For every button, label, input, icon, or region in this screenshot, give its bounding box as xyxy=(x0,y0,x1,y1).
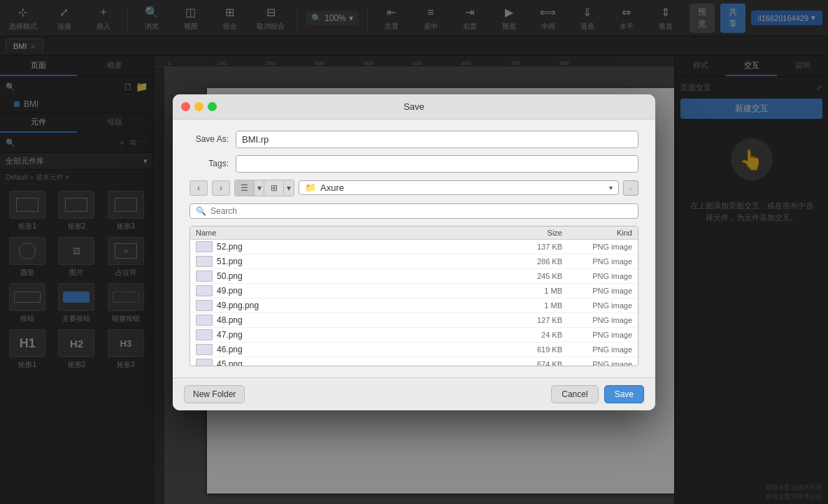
file-list-body: 52.png 137 KB PNG image 51.png 286 KB PN… xyxy=(190,240,638,366)
dialog-actions: Cancel Save xyxy=(551,385,644,403)
list-view-dropdown-button[interactable]: ▾ xyxy=(255,180,264,196)
dialog-title: Save xyxy=(404,101,424,112)
file-row-kind: PNG image xyxy=(562,257,632,266)
save-file-button[interactable]: Save xyxy=(604,385,644,403)
file-row-kind: PNG image xyxy=(562,360,632,366)
grid-view-dropdown-button[interactable]: ▾ xyxy=(284,180,294,196)
file-thumb-icon xyxy=(196,329,213,340)
save-as-row: Save As: xyxy=(190,131,638,148)
file-list-header: Name Size Kind xyxy=(190,226,638,240)
file-row-name: 52.png xyxy=(196,241,506,252)
file-row[interactable]: 52.png 137 KB PNG image xyxy=(190,240,638,254)
minimize-window-button[interactable] xyxy=(194,102,204,111)
col-size-header: Size xyxy=(506,229,562,237)
grid-view-button[interactable]: ⊞ xyxy=(264,180,284,196)
location-folder-icon: 📁 xyxy=(305,182,316,193)
search-input[interactable] xyxy=(210,206,632,216)
file-row-kind: PNG image xyxy=(562,272,632,280)
file-row-kind: PNG image xyxy=(562,287,632,295)
save-as-input[interactable] xyxy=(236,131,638,148)
file-thumb-icon xyxy=(196,315,213,326)
file-row-name: 51.png xyxy=(196,256,506,267)
file-row[interactable]: 46.png 619 KB PNG image xyxy=(190,343,638,357)
file-thumb-icon xyxy=(196,344,213,355)
file-row[interactable]: 51.png 286 KB PNG image xyxy=(190,254,638,269)
file-thumb-icon xyxy=(196,300,213,311)
file-row-size: 674 KB xyxy=(506,360,562,366)
list-view-button[interactable]: ☰ xyxy=(235,180,255,196)
tags-input[interactable] xyxy=(236,155,638,173)
file-row-kind: PNG image xyxy=(562,301,632,310)
file-thumb-icon xyxy=(196,241,213,252)
file-row-size: 619 KB xyxy=(506,345,562,354)
search-row: 🔍 xyxy=(190,203,638,219)
file-row[interactable]: 48.png 127 KB PNG image xyxy=(190,313,638,328)
file-row-size: 1 MB xyxy=(506,287,562,295)
tags-row: Tags: xyxy=(190,155,638,173)
file-row[interactable]: 45.png 674 KB PNG image xyxy=(190,357,638,366)
file-row[interactable]: 47.png 24 KB PNG image xyxy=(190,328,638,343)
dialog-titlebar: Save xyxy=(173,94,655,120)
file-thumb-icon xyxy=(196,359,213,366)
tags-label: Tags: xyxy=(190,159,229,168)
save-dialog: Save Save As: Tags: ‹ › ☰ ▾ ⊞ xyxy=(173,94,655,410)
file-thumb-icon xyxy=(196,285,213,296)
nav-forward-button[interactable]: › xyxy=(212,180,230,196)
file-row-name: 45.png xyxy=(196,359,506,366)
file-row-kind: PNG image xyxy=(562,345,632,354)
file-row-kind: PNG image xyxy=(562,331,632,339)
traffic-lights xyxy=(181,102,217,111)
file-thumb-icon xyxy=(196,256,213,267)
file-row-size: 127 KB xyxy=(506,316,562,324)
col-name-header: Name xyxy=(196,229,506,237)
search-box: 🔍 xyxy=(190,203,638,219)
dialog-overlay[interactable]: Save Save As: Tags: ‹ › ☰ ▾ ⊞ xyxy=(0,0,828,504)
search-icon: 🔍 xyxy=(196,206,206,216)
file-row[interactable]: 50.png 245 KB PNG image xyxy=(190,269,638,284)
location-dropdown-icon: ▾ xyxy=(609,184,613,192)
file-row-name: 49.png.png xyxy=(196,300,506,311)
file-row-size: 286 KB xyxy=(506,257,562,266)
file-row-size: 245 KB xyxy=(506,272,562,280)
dialog-bottom: New Folder Cancel Save xyxy=(173,377,655,410)
file-row-name: 49.png xyxy=(196,285,506,296)
location-text: Axure xyxy=(320,182,605,193)
save-as-label: Save As: xyxy=(190,134,229,144)
dialog-body: Save As: Tags: ‹ › ☰ ▾ ⊞ ▾ 📁 xyxy=(173,120,655,377)
nav-back-button[interactable]: ‹ xyxy=(190,180,208,196)
col-kind-header: Kind xyxy=(562,229,632,237)
file-row-name: 46.png xyxy=(196,344,506,355)
file-row-size: 1 MB xyxy=(506,301,562,310)
location-expand-button[interactable]: ▲ xyxy=(623,180,638,196)
file-list-area: Name Size Kind 52.png 137 KB PNG image 5… xyxy=(190,226,638,366)
file-row-name: 48.png xyxy=(196,315,506,326)
file-row-size: 24 KB xyxy=(506,331,562,339)
view-toggle: ☰ ▾ ⊞ ▾ xyxy=(234,180,294,196)
fullscreen-window-button[interactable] xyxy=(208,102,217,111)
file-row-kind: PNG image xyxy=(562,243,632,251)
file-row-name: 47.png xyxy=(196,329,506,340)
file-row-name: 50.png xyxy=(196,271,506,282)
file-row[interactable]: 49.png.png 1 MB PNG image xyxy=(190,298,638,313)
file-row-size: 137 KB xyxy=(506,243,562,251)
location-select[interactable]: 📁 Axure ▾ xyxy=(299,180,619,195)
file-row[interactable]: 49.png 1 MB PNG image xyxy=(190,284,638,298)
new-folder-button[interactable]: New Folder xyxy=(184,385,245,403)
file-thumb-icon xyxy=(196,271,213,282)
close-window-button[interactable] xyxy=(181,102,190,111)
file-nav-row: ‹ › ☰ ▾ ⊞ ▾ 📁 Axure ▾ ▲ xyxy=(190,180,638,196)
file-row-kind: PNG image xyxy=(562,316,632,324)
cancel-button[interactable]: Cancel xyxy=(551,385,598,403)
